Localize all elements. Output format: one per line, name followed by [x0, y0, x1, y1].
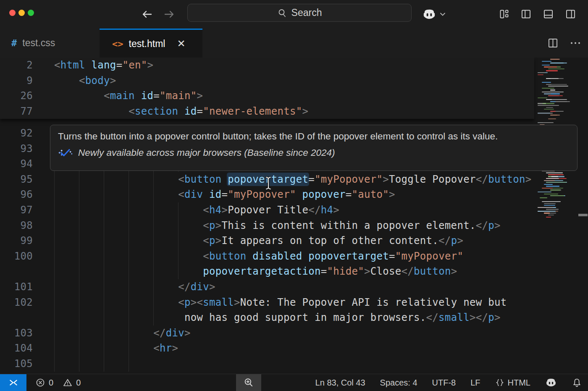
line-content: <body>	[54, 73, 116, 89]
toggle-panel-icon[interactable]	[543, 8, 554, 20]
copilot-menu-button[interactable]	[422, 7, 446, 21]
remote-indicator-button[interactable]	[0, 374, 26, 391]
minimap-line	[546, 209, 559, 210]
code-token: >	[184, 327, 191, 339]
toggle-secondary-sidebar-icon[interactable]	[565, 8, 576, 20]
indentation-item[interactable]: Spaces: 4	[380, 378, 417, 388]
tab-test-html[interactable]: <> test.html ✕	[100, 29, 202, 58]
chevron-down-icon	[439, 10, 446, 18]
line-number[interactable]: 9	[0, 73, 33, 89]
line-number[interactable]: 105	[0, 356, 33, 372]
code-token: This is content within a popover element…	[222, 220, 476, 231]
code-token: <	[178, 189, 184, 200]
customize-layout-icon[interactable]	[499, 8, 510, 20]
code-token: div	[166, 327, 184, 339]
code-line[interactable]: 9 <body>	[0, 73, 534, 89]
line-content: <p>It appears on top of other content.</…	[54, 233, 463, 249]
line-number[interactable]: 95	[0, 172, 33, 187]
code-line[interactable]: 77 <section id="newer-elements">	[0, 104, 534, 119]
back-arrow-icon[interactable]	[140, 7, 154, 21]
line-number[interactable]: 94	[0, 156, 33, 172]
traffic-light-minimize[interactable]	[18, 10, 25, 16]
code-line[interactable]: 99 <p>It appears on top of other content…	[0, 233, 588, 249]
code-token: button	[488, 173, 525, 185]
code-line[interactable]: now has good support in major browsers.<…	[0, 310, 588, 325]
minimap-line	[546, 172, 563, 173]
code-editor[interactable]: 92939495 <button popovertarget="myPopove…	[0, 58, 588, 374]
language-mode-item[interactable]: HTML	[495, 378, 530, 388]
code-token: <	[178, 173, 184, 185]
code-line[interactable]: 104 <hr>	[0, 341, 588, 356]
code-token: =	[116, 59, 123, 71]
code-token: >	[110, 75, 116, 87]
code-line[interactable]: 96 <div id="myPopover" popover="auto">	[0, 187, 588, 202]
code-line[interactable]: 101 </div>	[0, 279, 588, 295]
code-line[interactable]: 2<html lang="en">	[0, 58, 534, 73]
line-number[interactable]: 99	[0, 233, 33, 249]
traffic-light-zoom[interactable]	[28, 10, 34, 16]
line-content: </div>	[54, 325, 191, 341]
minimap-line	[544, 180, 555, 181]
minimap-line	[538, 97, 547, 98]
code-line[interactable]: 105	[0, 356, 588, 372]
minimap-line	[550, 111, 556, 112]
line-number[interactable]: 100	[0, 249, 33, 264]
encoding-item[interactable]: UTF-8	[432, 378, 456, 388]
code-token: >	[364, 265, 370, 277]
code-line[interactable]: 102 <p><small>Note: The Popover API is r…	[0, 295, 588, 310]
code-line[interactable]: 103 </div>	[0, 325, 588, 341]
code-line[interactable]: 100 <button disabled popovertarget="myPo…	[0, 249, 588, 264]
line-number[interactable]: 102	[0, 295, 33, 310]
line-number[interactable]: 2	[0, 58, 33, 73]
code-token: p	[488, 312, 494, 323]
line-number[interactable]: 77	[0, 104, 33, 119]
code-token: >	[234, 297, 240, 308]
line-number[interactable]: 103	[0, 325, 33, 341]
search-input[interactable]: Search	[187, 4, 412, 22]
code-token: =	[321, 265, 327, 277]
line-number[interactable]: 93	[0, 141, 33, 157]
line-number[interactable]: 98	[0, 218, 33, 234]
line-number[interactable]: 92	[0, 126, 33, 141]
minimap-line	[544, 213, 550, 213]
title-bar: Search	[0, 0, 588, 29]
line-number[interactable]: 26	[0, 88, 33, 104]
sticky-scroll[interactable]: 2<html lang="en">9 <body>26 <main id="ma…	[0, 58, 534, 119]
code-token: button	[209, 250, 247, 262]
code-line[interactable]: 26 <main id="main">	[0, 88, 534, 104]
forward-arrow-icon[interactable]	[162, 7, 176, 21]
toggle-primary-sidebar-icon[interactable]	[520, 8, 532, 20]
minimap-line	[538, 122, 554, 123]
code-token: >	[222, 204, 228, 216]
code-line[interactable]: 98 <p>This is content within a popover e…	[0, 218, 588, 234]
split-editor-icon[interactable]	[547, 37, 559, 49]
minimap-line	[546, 99, 552, 100]
line-number[interactable]: 101	[0, 279, 33, 295]
line-number[interactable]: 96	[0, 187, 33, 202]
code-token	[135, 90, 141, 102]
code-token: </	[402, 265, 414, 277]
code-token: <	[178, 297, 184, 308]
code-line[interactable]: popovertargetaction="hide">Close</button…	[0, 264, 588, 279]
line-number[interactable]: 104	[0, 341, 33, 356]
screencast-zoom-button[interactable]	[236, 374, 261, 391]
code-token: popovertarget	[308, 250, 389, 262]
copilot-status-icon[interactable]	[545, 377, 557, 388]
eol-item[interactable]: LF	[470, 378, 480, 388]
tab-test-css[interactable]: # test.css	[0, 29, 100, 58]
indent-guide	[104, 356, 104, 372]
cursor-position-item[interactable]: Ln 83, Col 43	[315, 378, 365, 388]
traffic-light-close[interactable]	[9, 10, 16, 16]
line-number[interactable]: 97	[0, 202, 33, 218]
line-content: popovertargetaction="hide">Close</button…	[54, 264, 457, 279]
more-actions-icon[interactable]	[570, 37, 581, 49]
code-line[interactable]: 95 <button popovertarget="myPopover">Tog…	[0, 172, 588, 187]
code-token: "myPopover"	[315, 173, 383, 185]
css-file-icon: #	[11, 38, 17, 48]
close-icon[interactable]: ✕	[177, 38, 185, 50]
problems-button[interactable]: 0 0	[35, 374, 81, 391]
code-token: small	[438, 312, 470, 323]
notifications-bell-icon[interactable]	[572, 378, 582, 388]
code-line[interactable]: 97 <h4>Popover Title</h4>	[0, 202, 588, 218]
braces-icon	[495, 378, 504, 387]
